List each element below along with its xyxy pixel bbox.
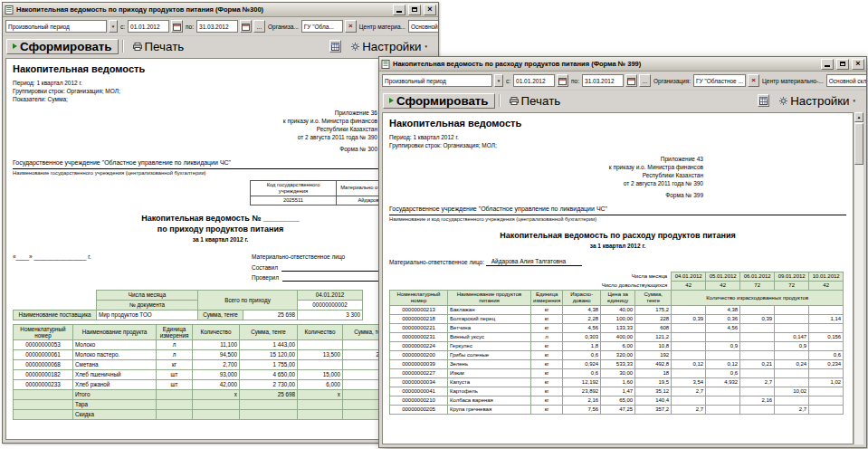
period-more-button[interactable]: ... <box>253 20 265 33</box>
organization-input[interactable]: ГУ "Обла... <box>301 20 343 33</box>
minimize-button[interactable] <box>821 59 834 70</box>
close-button[interactable]: × <box>424 5 436 15</box>
table-settings-icon[interactable] <box>758 94 769 107</box>
report-heading: Накопительная ведомость <box>13 63 428 76</box>
material-center-value: Основной ... <box>411 24 438 30</box>
print-button[interactable]: Печать <box>503 93 568 109</box>
table-cell: 0,6 <box>706 369 740 378</box>
period-select[interactable]: Произвольный период <box>5 20 107 33</box>
table-cell: 175,2 <box>635 306 672 315</box>
titlebar[interactable]: Накопительная ведомость по приходу проду… <box>3 3 438 17</box>
titlebar[interactable]: Накопительная ведомость по расходу проду… <box>379 57 866 72</box>
table-cell: 93,000 <box>193 369 240 379</box>
table-cell: 00000000213 <box>390 306 448 315</box>
material-center-input[interactable]: Основной скла... <box>826 74 866 87</box>
clear-icon[interactable]: × <box>345 20 357 33</box>
close-icon: × <box>855 60 860 68</box>
calendar-icon[interactable] <box>171 20 183 33</box>
table-cell: 4,932 <box>706 378 740 387</box>
calendar-icon[interactable] <box>240 20 252 33</box>
report-area[interactable]: Накопительная ведомость Период: 1 кварта… <box>5 58 435 440</box>
period-more-button[interactable]: ... <box>639 74 651 87</box>
table-cell <box>775 378 809 387</box>
organization-line: Государственное учреждение "Областное уп… <box>13 159 428 169</box>
settings-button[interactable]: Настройки ▼ <box>773 93 863 109</box>
command-toolbar: Сформировать Печать Настройки ▼ <box>379 91 866 110</box>
table-cell: 19,5 <box>635 378 672 387</box>
table-cell: 0,12 <box>672 360 706 369</box>
close-button[interactable]: × <box>852 59 864 70</box>
table-row: 00000000233Хлеб ржанойшт42,0002 730,006,… <box>14 379 401 389</box>
date-sum: 3 300 <box>298 310 363 320</box>
organization-caption: Наименование государственного учреждения… <box>13 170 428 177</box>
table-cell: 1,47 <box>601 387 635 396</box>
table-cell: 320,00 <box>601 351 635 360</box>
table-cell <box>240 409 298 419</box>
people-count: 72 <box>740 282 775 291</box>
table-cell: 492,8 <box>635 360 672 369</box>
table-settings-icon[interactable] <box>329 40 341 53</box>
table-cell: 400,00 <box>601 333 635 342</box>
scroll-up-icon[interactable]: ▲ <box>854 112 863 122</box>
table-cell <box>14 409 73 419</box>
maximize-icon <box>412 7 417 12</box>
table-cell <box>14 389 73 399</box>
table-cell: 2,16 <box>740 396 775 406</box>
period-select[interactable]: Произвольный период <box>382 74 492 87</box>
table-row: 00000000053Молокол11,1001 443,00 <box>14 339 401 349</box>
clear-icon[interactable]: × <box>748 74 759 87</box>
table-row: 00000000218Болгарский перецкг2,28100,002… <box>390 315 844 324</box>
organization-input[interactable]: ГУ "Областное ... <box>693 74 746 87</box>
close-icon: × <box>427 5 432 14</box>
maximize-button[interactable] <box>408 5 421 15</box>
table-cell: 00000000224 <box>390 342 448 351</box>
table-cell: Молоко <box>73 339 157 349</box>
table-cell <box>240 399 298 409</box>
period-value: Произвольный период <box>385 78 446 84</box>
chevron-down-icon[interactable]: ▼ <box>494 74 503 87</box>
maximize-button[interactable] <box>836 59 849 70</box>
checked-label: Проверил <box>252 274 279 282</box>
table-cell: 00000000205 <box>390 406 448 415</box>
table-cell: 228 <box>635 315 672 324</box>
chevron-down-icon[interactable]: ▼ <box>109 20 118 33</box>
table-cell <box>706 333 740 342</box>
table-cell: 10,02 <box>775 387 809 396</box>
table-cell: 0,303 <box>563 333 601 342</box>
date-header: 04.01.2012 <box>672 272 706 282</box>
report-area[interactable]: Накопительная ведомость Период: 1 кварта… <box>382 112 854 444</box>
table-cell: 4,56 <box>563 324 601 333</box>
table-cell: 6,00 <box>601 342 635 351</box>
material-center-input[interactable]: Основной ... <box>408 20 438 33</box>
compiled-label: Составил <box>252 264 278 272</box>
calendar-icon[interactable] <box>557 74 568 87</box>
col-header-unit: Единица измерения <box>531 291 563 306</box>
date-blank: «____» ________________ г. <box>13 253 91 261</box>
table-row: 00000000213Баклажанкг4,3840,00175,24,38 <box>390 306 844 315</box>
generate-button[interactable]: Сформировать <box>383 93 495 109</box>
play-icon <box>13 43 17 49</box>
settings-button[interactable]: Настройки ▼ <box>345 39 434 54</box>
generate-button[interactable]: Сформировать <box>6 39 119 54</box>
wrench-icon <box>351 40 359 53</box>
minimize-button[interactable] <box>393 5 405 15</box>
table-cell: 0,6 <box>563 351 601 360</box>
supplier-header: Наименование поставщика <box>14 310 97 320</box>
table-cell: л <box>531 333 563 342</box>
date-header: 09.01.2012 <box>775 272 809 282</box>
table-cell <box>390 282 563 291</box>
date-to-input[interactable]: 31.03.2012 <box>196 20 238 33</box>
calendar-icon[interactable] <box>625 74 637 87</box>
print-button[interactable]: Печать <box>127 39 191 54</box>
date-from-input[interactable]: 01.01.2012 <box>128 20 169 33</box>
table-cell: кг <box>531 315 563 324</box>
table-cell <box>672 396 706 406</box>
scrollbar-thumb[interactable] <box>854 123 863 165</box>
date-from-input[interactable]: 01.01.2012 <box>513 74 555 87</box>
table-cell: Тара <box>73 399 157 409</box>
table-row: Тара <box>14 399 401 409</box>
vertical-scrollbar[interactable]: ▲ <box>854 112 863 444</box>
from-label: с: <box>505 78 511 84</box>
date-to-input[interactable]: 31.03.2012 <box>582 74 624 87</box>
table-cell: 608 <box>635 324 672 333</box>
